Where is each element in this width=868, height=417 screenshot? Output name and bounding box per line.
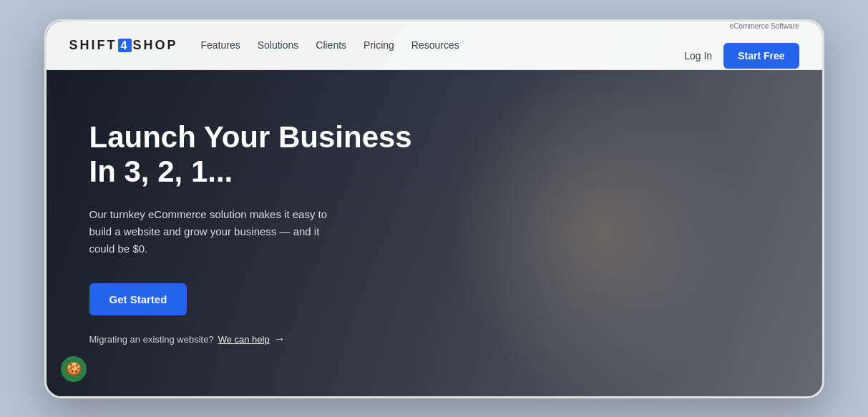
navbar-right-row: Log In Start Free [684, 43, 799, 69]
nav-link-features[interactable]: Features [200, 39, 240, 51]
hero-content: Launch Your Business In 3, 2, 1... Our t… [47, 70, 476, 396]
hero-subtitle: Our turnkey eCommerce solution makes it … [89, 206, 347, 257]
get-started-button[interactable]: Get Started [89, 283, 187, 315]
logo-part3: SHOP [132, 38, 177, 52]
navbar-left: SHIFT4SHOP Features Solutions Clients Pr… [69, 38, 459, 53]
nav-item-solutions[interactable]: Solutions [258, 39, 299, 51]
ecommerce-label: eCommerce Software [730, 22, 799, 30]
device-frame: SHIFT4SHOP Features Solutions Clients Pr… [44, 19, 824, 398]
start-free-button[interactable]: Start Free [723, 43, 799, 69]
nav-link-clients[interactable]: Clients [316, 39, 346, 51]
nav-item-pricing[interactable]: Pricing [364, 39, 394, 51]
nav-link-resources[interactable]: Resources [411, 39, 459, 51]
logo[interactable]: SHIFT4SHOP [69, 38, 178, 53]
nav-item-clients[interactable]: Clients [316, 39, 346, 51]
logo-part1: SHIFT [69, 38, 117, 52]
hero-title: Launch Your Business In 3, 2, 1... [89, 120, 433, 190]
migrate-static-text: Migrating an existing website? [89, 334, 214, 345]
hero-right-overlay [464, 70, 822, 398]
login-button[interactable]: Log In [684, 50, 712, 62]
nav-item-features[interactable]: Features [200, 39, 240, 51]
arrow-icon: → [274, 333, 286, 345]
migrate-link[interactable]: We can help [218, 334, 270, 345]
cookie-badge[interactable]: 🍪 [61, 356, 87, 382]
navbar-right: eCommerce Software Log In Start Free [684, 22, 799, 69]
nav-links: Features Solutions Clients Pricing Resou… [200, 39, 459, 51]
nav-link-pricing[interactable]: Pricing [364, 39, 394, 51]
navbar: SHIFT4SHOP Features Solutions Clients Pr… [47, 21, 822, 70]
cookie-icon: 🍪 [66, 361, 82, 377]
nav-link-solutions[interactable]: Solutions [258, 39, 299, 51]
migrate-text: Migrating an existing website? We can he… [89, 333, 433, 345]
nav-item-resources[interactable]: Resources [411, 39, 459, 51]
logo-text: SHIFT4SHOP [69, 38, 178, 53]
logo-part2: 4 [118, 39, 132, 52]
